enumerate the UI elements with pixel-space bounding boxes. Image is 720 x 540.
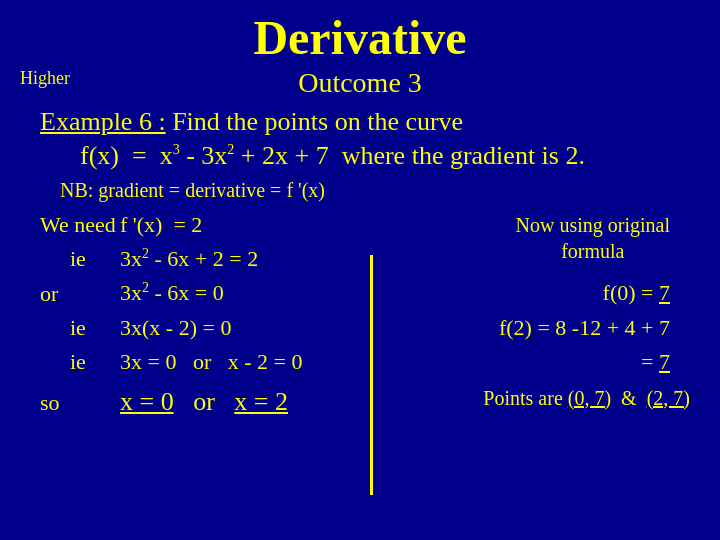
label-ie-1: ie	[40, 246, 120, 272]
row-we-need: We need f '(x) = 2 Now using originalfor…	[40, 212, 700, 238]
row-ie-3: ie 3x = 0 or x - 2 = 0 = 7	[40, 349, 700, 375]
outcome: Outcome 3	[20, 67, 700, 99]
higher-label: Higher	[20, 68, 70, 89]
x-equals-0: x = 0	[120, 387, 174, 416]
label-so: so	[40, 390, 120, 416]
row-so: so x = 0 or x = 2 Points are (0, 7) & (2…	[40, 387, 700, 417]
equals-7: = 7	[641, 349, 670, 375]
example-label: Example 6 :	[40, 107, 166, 136]
content-ie-3: 3x = 0 or x - 2 = 0	[120, 349, 700, 375]
x-equals-2: x = 2	[234, 387, 288, 416]
f2-result: f(2) = 8 -12 + 4 + 7	[499, 315, 670, 341]
f0-result: f(0) = 7	[603, 280, 670, 306]
example-desc-text: Find the points on the curve	[172, 107, 463, 136]
page: Derivative Higher Outcome 3 Example 6 : …	[0, 0, 720, 540]
label-or: or	[40, 281, 120, 307]
now-using-text: Now using originalformula	[516, 212, 670, 264]
fx-equation: f(x) = x3 - 3x2 + 2x + 7 where the gradi…	[20, 141, 700, 171]
example-line: Example 6 : Find the points on the curve	[20, 107, 700, 137]
row-or: or 3x2 - 6x = 0 f(0) = 7	[40, 280, 700, 306]
label-ie-3: ie	[40, 349, 120, 375]
nb-line: NB: gradient = derivative = f '(x)	[20, 179, 700, 202]
page-title: Derivative	[20, 10, 700, 65]
row-ie-2: ie 3x(x - 2) = 0 f(2) = 8 -12 + 4 + 7	[40, 315, 700, 341]
content-area: We need f '(x) = 2 Now using originalfor…	[20, 212, 700, 417]
points-result: Points are (0, 7) & (2, 7)	[483, 387, 690, 410]
label-we-need: We need	[40, 212, 120, 238]
label-ie-2: ie	[40, 315, 120, 341]
